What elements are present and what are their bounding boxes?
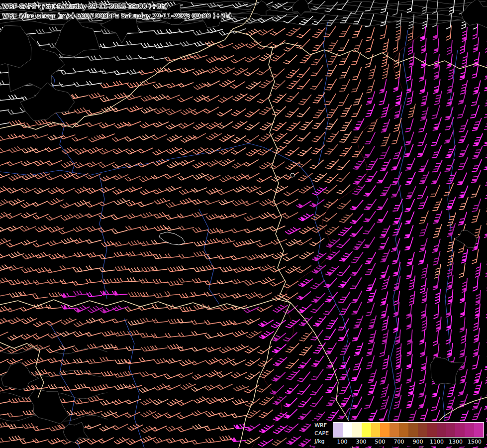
legend-tick-label: 1300 <box>449 439 463 445</box>
legend-swatch <box>352 423 362 437</box>
legend-swatch <box>446 423 456 437</box>
legend-model-label: WRF <box>314 422 329 429</box>
map-titles: WRF CAPE (J/kg) Saturday 29-11-2025 09:0… <box>2 1 231 20</box>
legend-swatch <box>380 423 390 437</box>
legend-swatch <box>408 423 418 437</box>
legend-swatch <box>362 423 371 437</box>
legend-tick-label: 500 <box>375 439 386 445</box>
legend-tick-labels: 100300500700900110013001500 <box>333 438 484 445</box>
legend-swatch <box>399 423 408 437</box>
legend-tick-label: 300 <box>356 439 367 445</box>
legend-swatch <box>390 423 399 437</box>
legend-tick-label: 100 <box>337 439 348 445</box>
legend-swatch <box>455 423 465 437</box>
legend-swatch <box>333 423 343 437</box>
legend-tick-label: 1500 <box>468 439 482 445</box>
legend-scale: 100300500700900110013001500 <box>333 422 484 445</box>
legend-color-bar <box>333 422 484 438</box>
legend-tick-label: 900 <box>413 439 423 445</box>
legend-tick-label: 700 <box>394 439 404 445</box>
legend-tick-label: 1100 <box>430 439 444 445</box>
legend-swatch <box>437 423 446 437</box>
weather-map-canvas <box>0 0 487 448</box>
legend-swatch <box>427 423 437 437</box>
legend-swatch <box>418 423 427 437</box>
title-wind-shear: WRF Wind shear (m/s) 500/1000hPa Saturda… <box>2 11 231 20</box>
legend-swatch <box>465 423 474 437</box>
legend-labels: WRF CAPE J/kg <box>314 422 329 445</box>
legend-unit-label: J/kg <box>314 438 329 445</box>
legend-swatch <box>474 423 484 437</box>
legend-swatch <box>343 423 352 437</box>
weather-map: WRF CAPE (J/kg) Saturday 29-11-2025 09:0… <box>0 0 487 448</box>
legend-param-label: CAPE <box>314 430 329 437</box>
legend-swatch <box>371 423 381 437</box>
cape-legend: WRF CAPE J/kg 10030050070090011001300150… <box>311 421 486 447</box>
title-cape: WRF CAPE (J/kg) Saturday 29-11-2025 09:0… <box>2 1 231 11</box>
